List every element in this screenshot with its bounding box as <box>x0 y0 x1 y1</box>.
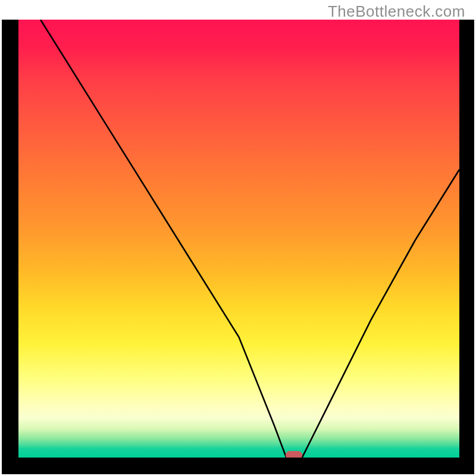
plot-border <box>2 20 474 474</box>
bottleneck-curve <box>18 20 459 458</box>
plot-area <box>18 20 459 458</box>
watermark-text: TheBottleneck.com <box>328 2 465 21</box>
optimal-point-marker <box>286 451 302 458</box>
chart-frame: TheBottleneck.com <box>0 0 476 476</box>
